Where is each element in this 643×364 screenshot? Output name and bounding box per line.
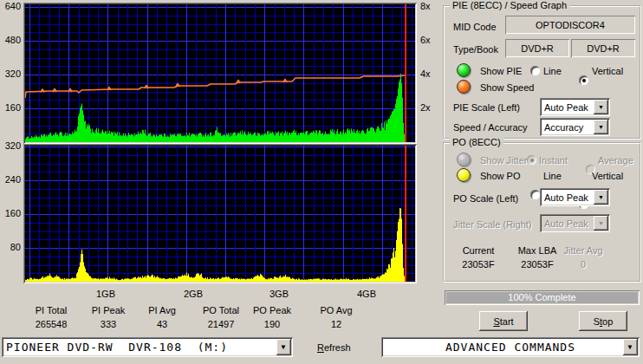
po-scale-label: PO Scale (Left) [453, 193, 518, 204]
stat-po-avg: PO Avg 12 [303, 305, 369, 329]
progress-text: 100% Complete [445, 292, 640, 302]
current-value: 23053F [451, 259, 505, 270]
y-axis-tick: 480 [0, 36, 21, 45]
jitter-avg: Jitter Avg 0 [557, 245, 609, 270]
pie-groupbox-title: PIE (8ECC) / Speed Graph [450, 1, 569, 10]
show-po-label: Show PO [480, 171, 520, 181]
drive-selector-value: PIONEER DVD-RW DVR-108 (M:) [2, 341, 228, 354]
y-axis-tick: 160 [0, 103, 21, 113]
po-graph [23, 144, 417, 283]
pie-scale-label: PIE Scale (Left) [453, 102, 520, 113]
stat-label: PO Peak [239, 305, 305, 315]
current-label: Current [451, 245, 505, 256]
pie-speed-graph [23, 3, 417, 144]
mid-code-value: OPTODISCOR4 [536, 20, 605, 30]
y-axis-tick: 240 [0, 175, 21, 185]
y-axis-tick: 80 [0, 243, 21, 252]
start-button[interactable]: Start [479, 311, 528, 331]
po-groupbox: PO (8ECC) Show Jitter Instant Average Sh… [443, 142, 641, 283]
show-jitter-label: Show Jitter [480, 155, 527, 166]
stat-value: 190 [239, 319, 305, 329]
show-pie-led[interactable] [457, 63, 471, 77]
po-graph-canvas [25, 146, 415, 282]
po-scale-combobox[interactable]: Auto Peak ▼ [540, 188, 610, 206]
mid-code-label: MID Code [453, 22, 497, 32]
jitter-instant-radio [527, 155, 536, 165]
jitter-scale-value: Auto Peak [540, 218, 588, 229]
speed-accuracy-value: Accuracy [540, 122, 583, 133]
pie-line-radio[interactable] [530, 66, 540, 75]
stop-button[interactable]: Stop [579, 311, 627, 331]
jitter-avg-label: Jitter Avg [557, 245, 609, 256]
y-axis-tick: 640 [0, 2, 21, 11]
stat-value: 265548 [18, 319, 84, 329]
po-vertical-label[interactable]: Vertical [592, 171, 623, 181]
speed-accuracy-combobox[interactable]: Accuracy ▼ [540, 118, 610, 136]
show-jitter-led [457, 153, 471, 166]
speed-axis-tick: 6x [420, 36, 441, 45]
progress-bar: 100% Complete [445, 290, 640, 305]
po-scale-value: Auto Peak [540, 192, 588, 203]
pie-scale-value: Auto Peak [540, 102, 588, 113]
speed-axis-tick: 8x [420, 2, 441, 11]
current-lba: Current 23053F [451, 245, 505, 270]
jitter-instant-label: Instant [539, 155, 568, 166]
pie-line-label[interactable]: Line [543, 66, 562, 76]
pie-scale-combobox[interactable]: Auto Peak ▼ [540, 98, 610, 116]
stat-value: 12 [303, 319, 369, 329]
chevron-down-icon: ▼ [594, 216, 608, 231]
type-field: DVD+R [505, 39, 569, 57]
drive-selector-combobox[interactable]: PIONEER DVD-RW DVR-108 (M:) ▼ [2, 337, 293, 357]
pie-speed-graph-canvas [25, 4, 415, 142]
typebook-label: Type/Book [453, 44, 498, 55]
advanced-commands-combobox[interactable]: ADVANCED COMMANDS ▼ [381, 337, 640, 357]
pie-speed-groupbox: PIE (8ECC) / Speed Graph MID Code OPTODI… [443, 5, 641, 140]
y-axis-tick: 160 [0, 209, 21, 218]
jitter-scale-combobox: Auto Peak ▼ [540, 214, 610, 232]
chevron-down-icon[interactable]: ▼ [276, 339, 291, 355]
show-pie-label: Show PIE [480, 66, 522, 76]
po-groupbox-title: PO (8ECC) [450, 138, 503, 147]
mid-code-field: OPTODISCOR4 [505, 16, 635, 34]
pie-vertical-radio[interactable] [579, 75, 588, 85]
advanced-commands-value: ADVANCED COMMANDS [381, 341, 640, 354]
chevron-down-icon[interactable]: ▼ [594, 120, 608, 134]
x-axis-tick: 2GB [174, 289, 212, 299]
type-value: DVD+R [521, 43, 554, 54]
show-speed-label: Show Speed [480, 82, 534, 93]
y-axis-tick: 320 [0, 69, 21, 79]
show-speed-led[interactable] [457, 80, 471, 94]
pie-vertical-label[interactable]: Vertical [592, 66, 623, 76]
stat-pi-avg: PI Avg 43 [129, 305, 195, 329]
chevron-down-icon[interactable]: ▼ [623, 339, 638, 355]
po-line-label[interactable]: Line [543, 171, 562, 181]
refresh-button[interactable]: Refresh [317, 342, 351, 353]
x-axis-tick: 1GB [87, 289, 125, 299]
show-po-led[interactable] [457, 168, 471, 182]
chevron-down-icon[interactable]: ▼ [594, 100, 608, 114]
speed-axis-tick: 2x [420, 103, 441, 113]
y-axis-tick: 320 [0, 141, 21, 151]
po-line-radio[interactable] [530, 190, 540, 199]
jitter-scale-label: Jitter Scale (Right) [453, 219, 531, 230]
speed-axis-tick: 4x [420, 69, 441, 79]
jitter-average-label: Average [598, 155, 633, 166]
jitter-avg-value: 0 [557, 259, 609, 270]
stat-label: PI Avg [129, 305, 195, 315]
stat-value: 43 [129, 319, 195, 329]
x-axis-tick: 4GB [347, 289, 386, 299]
stat-pi-total: PI Total 265548 [18, 305, 84, 329]
stat-po-peak: PO Peak 190 [239, 305, 305, 329]
stat-label: PI Total [18, 305, 84, 315]
speed-accuracy-label: Speed / Accuracy [453, 122, 528, 133]
stat-label: PO Avg [303, 305, 369, 315]
book-field: DVD+R [571, 39, 635, 57]
chevron-down-icon[interactable]: ▼ [594, 190, 608, 205]
x-axis-tick: 3GB [260, 289, 298, 299]
book-value: DVD+R [587, 43, 620, 54]
